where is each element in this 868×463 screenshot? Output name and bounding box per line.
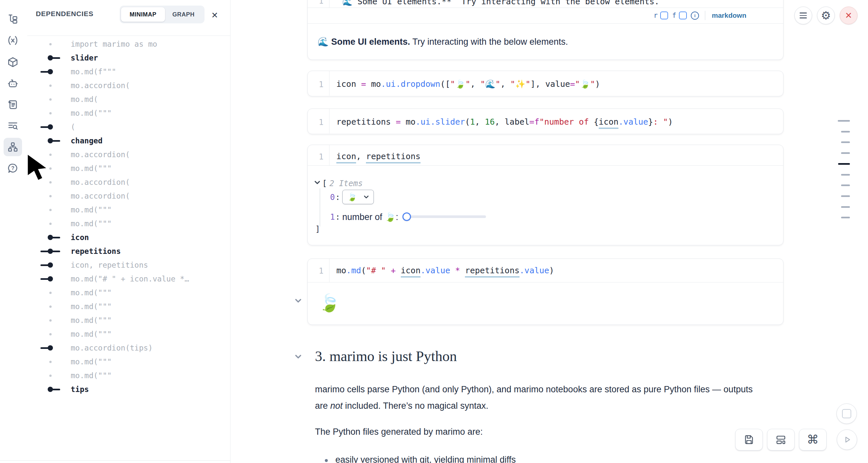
minimap-row[interactable]: mo.md(""" — [27, 327, 230, 341]
minimap-row[interactable]: slider — [27, 51, 230, 65]
text-segment: included. There’s no magical syntax. — [343, 401, 488, 411]
repetitions-slider-knob[interactable] — [402, 212, 411, 221]
markdown-output: 🌊 Some UI elements. Try interacting with… — [318, 36, 568, 47]
scroll-dash[interactable] — [841, 174, 850, 176]
line-number: 1 — [308, 266, 323, 276]
cell-slider-def[interactable]: 1 repetitions = mo.ui.slider(1, 16, labe… — [307, 109, 783, 134]
tree-colon: : — [335, 193, 340, 202]
scroll-dash[interactable] — [841, 131, 850, 132]
code-token: , — [500, 79, 510, 89]
code-line[interactable]: 🌊 Some UI elements.** Try interacting wi… — [342, 0, 659, 6]
minimap-row[interactable]: mo.md("# " + icon.value *… — [27, 272, 230, 286]
icon-dropdown-select[interactable]: 🍃 — [342, 190, 374, 204]
panel-footer-divider — [0, 460, 230, 461]
minimap-row[interactable]: repetitions — [27, 244, 230, 258]
minimap-row-label: mo.md(""" — [71, 203, 112, 217]
reactive-checkbox[interactable] — [660, 11, 668, 20]
tab-minimap[interactable]: MINIMAP — [121, 7, 165, 22]
layout-icon — [776, 434, 786, 445]
minimap-row[interactable]: icon — [27, 230, 230, 244]
snippets-icon[interactable] — [4, 95, 22, 114]
section-heading: 3. marimo is just Python — [315, 348, 457, 365]
cell-dropdown-def[interactable]: 1 icon = mo.ui.dropdown(["🍃", "🌊", "✨"],… — [307, 71, 783, 96]
code-line[interactable]: mo.md("# " + icon.value * repetitions.va… — [336, 266, 554, 275]
bullet-item: easily versioned with git, yielding mini… — [335, 455, 516, 463]
minimap-row[interactable]: mo.md(""" — [27, 106, 230, 120]
minimap-row[interactable]: import marimo as mo — [27, 37, 230, 51]
info-icon[interactable]: i — [691, 11, 699, 20]
format-checkbox[interactable] — [679, 11, 687, 20]
output-top-divider — [308, 23, 783, 24]
minimap-row[interactable]: mo.md(""" — [27, 355, 230, 369]
code-line[interactable]: icon = mo.ui.dropdown(["🍃", "🌊", "✨"], v… — [336, 80, 600, 88]
scroll-dash[interactable] — [841, 217, 850, 218]
shutdown-button[interactable]: ✕ — [840, 7, 858, 24]
minimap-row[interactable]: mo.md(""" — [27, 203, 230, 217]
minimap-row-label: mo.md(""" — [71, 313, 112, 327]
help-icon[interactable]: ? — [4, 159, 22, 178]
minimap-row[interactable]: mo.md(""" — [27, 217, 230, 230]
code-token: "🍃" — [450, 79, 470, 89]
variables-icon[interactable] — [4, 31, 22, 50]
minimap-row[interactable]: mo.md(""" — [27, 286, 230, 300]
section-collapse-chevron-icon[interactable] — [294, 354, 302, 359]
dependencies-icon[interactable] — [4, 138, 22, 156]
packages-icon[interactable] — [4, 53, 22, 71]
italic-segment: not — [331, 401, 343, 411]
minimap-row[interactable]: mo.accordion( — [27, 189, 230, 203]
layout-button[interactable] — [767, 429, 795, 451]
minimap-row-label: mo.accordion( — [71, 79, 130, 92]
minimap-row[interactable]: icon, repetitions — [27, 258, 230, 272]
scroll-dash-active[interactable] — [838, 163, 850, 165]
cell-markdown-intro[interactable]: 1 🌊 Some UI elements.** Try interacting … — [307, 0, 783, 60]
cell-dot-icon — [39, 286, 61, 300]
shortcuts-button[interactable]: ⌘ — [799, 429, 827, 451]
scroll-dash[interactable] — [838, 120, 850, 122]
minimap-row[interactable]: mo.md( — [27, 92, 230, 106]
code-token: repetitions — [465, 266, 520, 278]
minimap-row[interactable]: mo.accordion( — [27, 79, 230, 92]
cell-md-concat[interactable]: 1 mo.md("# " + icon.value * repetitions.… — [307, 258, 783, 325]
tree-collapse-icon[interactable] — [314, 181, 320, 184]
logs-search-icon[interactable] — [4, 117, 22, 135]
minimap-row[interactable]: ( — [27, 120, 230, 134]
cell-collapse-chevron-icon[interactable] — [294, 299, 302, 303]
gear-icon: ⚙ — [821, 10, 831, 21]
editor-bottom-divider — [308, 7, 783, 8]
text-segment: are — [315, 401, 331, 411]
language-markdown-button[interactable]: markdown — [712, 11, 746, 20]
minimap-row-label: mo.accordion( — [71, 175, 130, 189]
code-line[interactable]: repetitions = mo.ui.slider(1, 16, label=… — [336, 118, 673, 126]
scroll-dash[interactable] — [841, 195, 850, 197]
minimap-row[interactable]: mo.md(""" — [27, 300, 230, 313]
close-panel-button[interactable]: ✕ — [209, 9, 221, 21]
settings-button[interactable]: ⚙ — [817, 7, 835, 24]
scroll-dash[interactable] — [841, 152, 850, 154]
reactive-toggle-label: r — [654, 11, 658, 20]
code-token — [396, 266, 401, 275]
code-token: icon — [599, 117, 618, 129]
tab-graph[interactable]: GRAPH — [165, 7, 202, 22]
run-all-button[interactable] — [837, 429, 857, 450]
ai-assistant-icon[interactable] — [4, 74, 22, 93]
paragraph-line: The Python files generated by marimo are… — [315, 427, 483, 437]
scroll-dash[interactable] — [841, 184, 850, 186]
cell-dot-icon — [39, 327, 61, 341]
code-line[interactable]: icon, repetitions — [336, 152, 421, 160]
minimap-row[interactable]: mo.md(""" — [27, 313, 230, 327]
stop-kernel-button[interactable] — [836, 403, 857, 424]
repetitions-slider-track[interactable] — [405, 215, 486, 218]
cell-dot-icon — [39, 355, 61, 369]
minimap-row[interactable]: mo.accordion(tips) — [27, 341, 230, 355]
minimap-row[interactable]: changed — [27, 134, 230, 148]
minimap-row[interactable]: mo.md(""" — [27, 369, 230, 382]
scroll-dash[interactable] — [841, 142, 850, 143]
notebook-menu-button[interactable] — [794, 7, 812, 24]
minimap-row[interactable]: tips — [27, 382, 230, 396]
cell-tuple-output[interactable]: 1 icon, repetitions [ 2 Items 0 : 🍃 1 : … — [307, 145, 783, 245]
cell-dot-icon — [39, 203, 61, 217]
minimap-row[interactable]: mo.md(f""" — [27, 65, 230, 79]
file-tree-icon[interactable] — [4, 9, 22, 28]
scroll-dash[interactable] — [841, 206, 850, 208]
save-button[interactable] — [735, 429, 763, 451]
